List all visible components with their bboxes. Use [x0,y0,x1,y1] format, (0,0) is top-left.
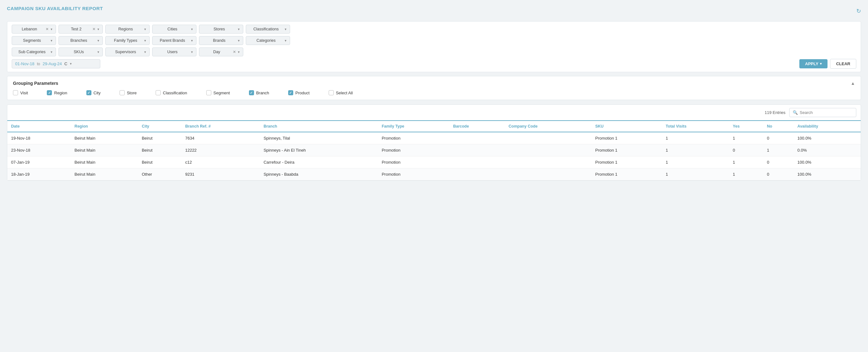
table-cell: 9231 [181,168,260,180]
table-cell [449,132,504,144]
filter-lebanon[interactable]: Lebanon ✕ ▾ [12,25,56,34]
grouping-section: Grouping Parameters ▲ Visit Region City [7,76,861,100]
filter-regions-chevron: ▾ [144,27,146,31]
checkbox-classification[interactable]: Classification [156,90,187,95]
filter-stores[interactable]: Stores ▾ [199,25,243,34]
table-cell [505,168,592,180]
refresh-icon[interactable]: ↻ [856,8,861,14]
filter-day-chevron: ▾ [238,50,240,54]
cb-visit-label: Visit [20,91,28,95]
table-cell: Promotion 1 [592,168,662,180]
checkbox-store[interactable]: Store [120,90,137,95]
table-cell: Other [138,168,181,180]
filter-regions[interactable]: Regions ▾ [105,25,150,34]
col-availability: Availability [794,121,861,132]
checkbox-region[interactable]: Region [47,90,67,95]
filter-categories[interactable]: Categories ▾ [246,36,290,45]
filter-classifications-chevron: ▾ [285,27,287,31]
col-no: No [763,121,794,132]
filter-row-1: Lebanon ✕ ▾ Test 2 ✕ ▾ Regions ▾ Cities … [12,25,856,34]
table-cell: Beirut Main [71,168,138,180]
filter-brands-label: Brands [203,38,236,43]
filter-branches[interactable]: Branches ▾ [59,36,103,45]
filter-family-types[interactable]: Family Types ▾ [105,36,150,45]
filter-brands[interactable]: Brands ▾ [199,36,243,45]
filter-segments-label: Segments [15,38,49,43]
cb-classification-label: Classification [163,91,187,95]
cb-select-all [329,90,334,95]
search-input[interactable] [800,110,853,115]
filter-test2[interactable]: Test 2 ✕ ▾ [59,25,103,34]
checkbox-product[interactable]: Product [288,90,310,95]
filter-parent-brands[interactable]: Parent Brands ▾ [152,36,196,45]
filter-cities[interactable]: Cities ▾ [152,25,196,34]
checkbox-city[interactable]: City [86,90,101,95]
search-icon: 🔍 [793,110,798,115]
filter-test2-clear[interactable]: ✕ [92,27,96,31]
checkbox-branch[interactable]: Branch [249,90,269,95]
col-company-code: Company Code [505,121,592,132]
filter-family-types-chevron: ▾ [144,39,146,43]
entries-count: 119 Entries [765,110,785,115]
filter-sub-categories[interactable]: Sub Categories ▾ [12,48,56,56]
table-cell: 1 [662,144,729,156]
cb-branch-label: Branch [256,91,269,95]
filter-supervisors-chevron: ▾ [144,50,146,54]
table-toolbar: 119 Entries 🔍 [7,105,861,120]
cb-segment-label: Segment [214,91,230,95]
col-date: Date [7,121,71,132]
filter-skus[interactable]: SKUs ▾ [59,48,103,56]
checkbox-visit[interactable]: Visit [13,90,28,95]
filters-panel: Lebanon ✕ ▾ Test 2 ✕ ▾ Regions ▾ Cities … [7,21,861,72]
table-cell: 100.0% [794,156,861,168]
table-cell: Spinneys - Ain El Tineh [260,144,378,156]
table-cell [449,144,504,156]
table-cell: 0 [763,132,794,144]
cb-city [86,90,91,95]
table-cell: Promotion 1 [592,132,662,144]
collapse-icon[interactable]: ▲ [850,81,855,86]
filter-users-label: Users [156,50,189,54]
filter-supervisors-label: Supervisors [109,50,142,54]
filter-row-2: Segments ▾ Branches ▾ Family Types ▾ Par… [12,36,856,45]
date-from: 01-Nov-18 [15,61,34,66]
table-cell: Promotion 1 [592,156,662,168]
filter-classifications[interactable]: Classifications ▾ [246,25,290,34]
date-range-filter[interactable]: 01-Nov-18 to 29-Aug-24 C ▾ [12,59,100,68]
filter-day-clear[interactable]: ✕ [233,50,236,54]
filter-users[interactable]: Users ▾ [152,48,196,56]
checkbox-select-all[interactable]: Select All [329,90,353,95]
filter-branches-chevron: ▾ [97,39,99,43]
filter-segments-chevron: ▾ [51,39,53,43]
grouping-header[interactable]: Grouping Parameters ▲ [13,81,855,86]
table-row: 18-Jan-19Beirut MainOther9231Spinneys - … [7,168,861,180]
table-cell [505,156,592,168]
filter-skus-label: SKUs [62,50,96,54]
checkbox-segment[interactable]: Segment [206,90,230,95]
filter-date-row: 01-Nov-18 to 29-Aug-24 C ▾ APPLY ▾ CLEAR [12,59,856,69]
table-header-row: Date Region City Branch Ref. # Branch Fa… [7,121,861,132]
table-cell: Beirut [138,144,181,156]
table-cell: 1 [662,132,729,144]
filter-supervisors[interactable]: Supervisors ▾ [105,48,150,56]
cb-segment [206,90,211,95]
table-row: 19-Nov-18Beirut MainBeirut7634Spinneys, … [7,132,861,144]
filter-lebanon-clear[interactable]: ✕ [45,27,49,31]
col-branch: Branch [260,121,378,132]
table-cell: Beirut [138,132,181,144]
filter-day[interactable]: Day ✕ ▾ [199,48,243,56]
table-cell: 1 [662,168,729,180]
clear-button[interactable]: CLEAR [830,59,856,69]
table-cell: 23-Nov-18 [7,144,71,156]
grouping-params: Visit Region City Store Classification [13,90,855,95]
date-mode: C [64,61,67,66]
filter-sub-categories-label: Sub Categories [15,50,49,54]
filter-stores-chevron: ▾ [238,27,240,31]
table-body: 19-Nov-18Beirut MainBeirut7634Spinneys, … [7,132,861,180]
apply-button[interactable]: APPLY ▾ [799,59,828,68]
table-cell: 1 [763,144,794,156]
table-cell: 19-Nov-18 [7,132,71,144]
table-cell: 0 [763,168,794,180]
table-cell: c12 [181,156,260,168]
filter-segments[interactable]: Segments ▾ [12,36,56,45]
